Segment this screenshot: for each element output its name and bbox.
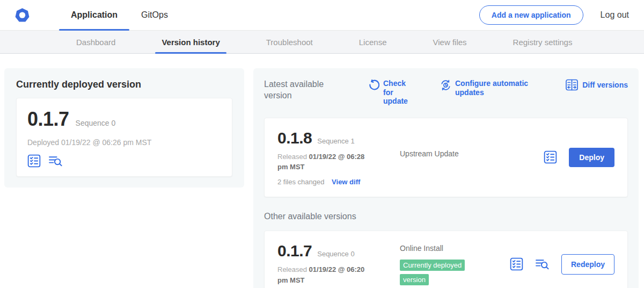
subnav-tab-version-history[interactable]: Version history (155, 31, 226, 53)
view-diff-link[interactable]: View diff (332, 178, 360, 186)
subnav-tab-troubleshoot[interactable]: Troubleshoot (260, 31, 319, 53)
deployed-version-card: 0.1.7 Sequence 0 Deployed 01/19/22 @ 06:… (16, 98, 232, 177)
tab-gitops[interactable]: GitOps (129, 0, 180, 30)
diff-versions-label: Diff versions (582, 81, 628, 90)
latest-available-header: Latest available version Check for updat… (264, 79, 628, 106)
configure-automatic-updates-label: Configure automatic updates (455, 79, 536, 97)
auto-update-clock-icon (440, 80, 451, 93)
check-for-update-label: Check for update (383, 79, 410, 106)
topnav-right: Add a new application Log out (479, 0, 644, 30)
preflight-checklist-icon[interactable] (27, 154, 41, 168)
add-new-application-button[interactable]: Add a new application (479, 5, 583, 25)
tab-application[interactable]: Application (59, 0, 129, 30)
latest-version-source: Upstream Update (400, 149, 459, 158)
top-navbar: Application GitOps Add a new application… (0, 0, 644, 31)
kots-logo-icon (14, 8, 30, 23)
currently-deployed-badge: Currently deployed version (400, 260, 465, 285)
preflight-checklist-icon[interactable] (544, 150, 557, 164)
latest-available-title: Latest available version (264, 79, 333, 102)
diff-versions-button[interactable]: Diff versions (565, 79, 628, 91)
latest-version-card: 0.1.8 Sequence 1 Released 01/19/22 @ 06:… (264, 118, 628, 197)
other-available-versions-title: Other available versions (264, 211, 628, 222)
configure-automatic-updates-button[interactable]: Configure automatic updates (440, 79, 536, 97)
refresh-icon (368, 80, 379, 93)
other-sequence-label: Sequence 0 (317, 250, 354, 258)
deployed-version-number: 0.1.7 (27, 108, 69, 131)
currently-deployed-title: Currently deployed version (16, 79, 232, 90)
subnav-tab-dashboard[interactable]: Dashboard (70, 31, 122, 53)
subnav-tab-registry-settings[interactable]: Registry settings (507, 31, 579, 53)
latest-sequence-label: Sequence 1 (317, 137, 354, 145)
view-logs-icon[interactable] (48, 154, 63, 168)
app-logo[interactable] (0, 0, 45, 30)
other-version-source: Online Install (400, 244, 443, 253)
logout-button[interactable]: Log out (601, 10, 629, 20)
main-content: Currently deployed version 0.1.7 Sequenc… (0, 54, 644, 288)
preflight-checklist-icon[interactable] (510, 257, 523, 271)
subnav-tab-license[interactable]: License (353, 31, 393, 53)
files-changed-label: 2 files changed (277, 178, 324, 186)
redeploy-button[interactable]: Redeploy (561, 254, 614, 275)
other-version-number: 0.1.7 (277, 242, 312, 260)
latest-released-timestamp: Released 01/19/22 @ 06:28 pm MST (277, 152, 375, 172)
diff-icon (565, 79, 579, 91)
deploy-button[interactable]: Deploy (569, 148, 614, 167)
check-for-update-button[interactable]: Check for update (368, 79, 410, 106)
app-subnav: Dashboard Version history Troubleshoot L… (0, 31, 644, 54)
deployed-sequence-label: Sequence 0 (76, 119, 116, 127)
topnav-tabs: Application GitOps (59, 0, 180, 30)
latest-available-panel: Latest available version Check for updat… (253, 68, 639, 288)
view-logs-icon[interactable] (535, 257, 550, 271)
subnav-tab-view-files[interactable]: View files (426, 31, 473, 53)
other-released-timestamp: Released 01/19/22 @ 06:20 pm MST (277, 264, 375, 285)
latest-version-number: 0.1.8 (277, 129, 312, 147)
other-version-card: 0.1.7 Sequence 0 Released 01/19/22 @ 06:… (264, 231, 628, 288)
deployed-timestamp: Deployed 01/19/22 @ 06:26 pm MST (27, 138, 221, 147)
currently-deployed-panel: Currently deployed version 0.1.7 Sequenc… (4, 68, 244, 188)
